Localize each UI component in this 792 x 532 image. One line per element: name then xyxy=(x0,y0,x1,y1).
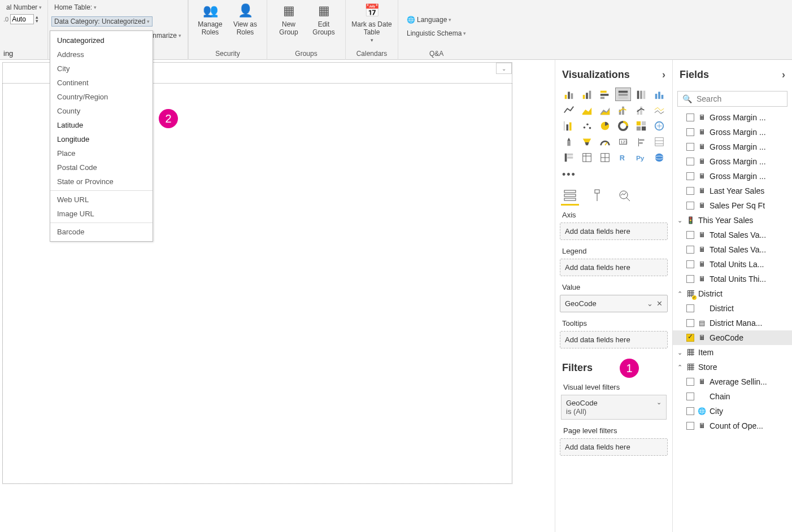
field-item[interactable]: 🖩Total Sales Va... xyxy=(673,228,792,242)
field-group[interactable]: ⌄Item xyxy=(673,345,792,360)
category-option[interactable]: Continent xyxy=(50,76,153,90)
field-item[interactable]: 🖩Total Units Thi... xyxy=(673,272,792,286)
page-filter-well[interactable]: Add data fields here xyxy=(560,438,668,456)
value-well[interactable]: GeoCode⌄✕ xyxy=(560,295,668,312)
viz-type-tile[interactable] xyxy=(651,151,667,164)
field-checkbox[interactable] xyxy=(686,422,694,430)
field-item[interactable]: 🖩Gross Margin ... xyxy=(673,110,792,125)
viz-type-tile[interactable] xyxy=(561,151,577,164)
tooltips-well[interactable]: Add data fields here xyxy=(560,331,668,348)
category-option[interactable]: Image URL xyxy=(50,207,153,221)
category-option[interactable]: City xyxy=(50,62,153,76)
field-checkbox[interactable] xyxy=(686,407,694,415)
field-checkbox[interactable] xyxy=(686,143,694,151)
expand-icon[interactable]: ⌄ xyxy=(676,349,683,356)
viz-type-tile[interactable] xyxy=(633,88,649,101)
viz-type-tile[interactable]: R xyxy=(615,151,631,164)
field-group[interactable]: ⌃✓District xyxy=(673,286,792,301)
viz-type-tile[interactable] xyxy=(633,119,649,133)
collapse-fields-icon[interactable]: › xyxy=(782,69,785,81)
field-item[interactable]: 🖩Gross Margin ... xyxy=(673,169,792,184)
field-item[interactable]: Chain xyxy=(673,389,792,404)
legend-well[interactable]: Add data fields here xyxy=(560,259,668,276)
expand-icon[interactable]: ⌃ xyxy=(676,290,683,298)
linguistic-schema-dd[interactable]: Linguistic Schema▾ xyxy=(404,28,469,38)
edit-groups-button[interactable]: ▦Edit Groups xyxy=(308,2,340,36)
home-table-dd[interactable]: Home Table:▾ xyxy=(51,2,99,12)
field-checkbox[interactable] xyxy=(686,114,694,121)
auto-decimal-input[interactable] xyxy=(10,14,34,24)
field-group[interactable]: ⌄🚦This Year Sales xyxy=(673,213,792,228)
fields-tab-icon[interactable] xyxy=(563,189,577,202)
viz-type-tile[interactable] xyxy=(651,135,667,149)
axis-well[interactable]: Add data fields here xyxy=(560,223,668,240)
viz-type-tile[interactable] xyxy=(579,103,595,117)
viz-type-tile[interactable] xyxy=(597,88,613,101)
field-item[interactable]: 🖩Sales Per Sq Ft xyxy=(673,198,792,213)
viz-type-tile[interactable] xyxy=(579,135,595,149)
field-item[interactable]: 🖩Gross Margin ... xyxy=(673,125,792,139)
field-item[interactable]: 🖩Total Units La... xyxy=(673,257,792,272)
analytics-tab-icon[interactable] xyxy=(617,189,631,202)
viz-type-tile[interactable] xyxy=(597,119,613,133)
viz-type-tile[interactable] xyxy=(561,88,577,101)
viz-type-tile[interactable] xyxy=(651,103,667,117)
visual-dropdown-icon[interactable]: ⌄ xyxy=(496,63,512,74)
viz-type-tile[interactable] xyxy=(651,119,667,133)
category-option[interactable]: Latitude xyxy=(50,118,153,132)
field-item[interactable]: 🖩Last Year Sales xyxy=(673,184,792,198)
viz-type-tile[interactable] xyxy=(651,88,667,101)
field-item[interactable]: 🖩GeoCode xyxy=(673,330,792,345)
field-item[interactable]: 🌐City xyxy=(673,404,792,418)
category-option[interactable]: State or Province xyxy=(50,175,153,189)
field-item[interactable]: 🖩Total Sales Va... xyxy=(673,242,792,257)
category-option[interactable]: Address xyxy=(50,47,153,62)
category-option[interactable]: Place xyxy=(50,146,153,160)
format-tab-icon[interactable] xyxy=(590,189,604,202)
field-checkbox[interactable] xyxy=(686,246,694,254)
viz-type-tile[interactable] xyxy=(615,103,631,117)
category-option[interactable]: Longitude xyxy=(50,132,153,146)
visual-filter-card[interactable]: GeoCode is (All) ⌄ xyxy=(561,395,667,420)
field-checkbox[interactable] xyxy=(686,187,694,195)
new-group-button[interactable]: ▦New Group xyxy=(273,2,304,36)
value-remove-icon[interactable]: ✕ xyxy=(656,299,663,308)
mark-date-table-button[interactable]: 📅Mark as Date Table▾ xyxy=(351,2,392,43)
field-checkbox[interactable] xyxy=(686,158,694,165)
field-checkbox[interactable] xyxy=(686,231,694,239)
field-item[interactable]: 🖩Count of Ope... xyxy=(673,418,792,433)
field-checkbox[interactable] xyxy=(686,172,694,180)
field-item[interactable]: 🖩Average Sellin... xyxy=(673,374,792,389)
viz-type-tile[interactable] xyxy=(579,119,595,133)
viz-type-tile[interactable] xyxy=(597,135,613,149)
collapse-viz-icon[interactable]: › xyxy=(662,69,665,81)
viz-type-tile[interactable]: 123 xyxy=(615,135,631,149)
expand-icon[interactable]: ⌃ xyxy=(676,364,683,371)
field-checkbox[interactable] xyxy=(686,304,694,312)
viz-type-tile[interactable] xyxy=(579,88,595,101)
field-checkbox[interactable] xyxy=(686,128,694,136)
field-checkbox[interactable] xyxy=(686,378,694,386)
language-dd[interactable]: 🌐Language▾ xyxy=(404,15,454,25)
data-category-dd[interactable]: Data Category: Uncategorized▾ xyxy=(51,16,153,27)
viz-more-icon[interactable]: ••• xyxy=(560,169,668,185)
expand-icon[interactable]: ⌄ xyxy=(676,217,683,224)
field-item[interactable]: 🖩Gross Margin ... xyxy=(673,154,792,169)
fields-search[interactable]: 🔍 Search xyxy=(677,91,787,107)
category-option[interactable]: Country/Region xyxy=(50,90,153,104)
field-item[interactable]: District xyxy=(673,301,792,316)
number-format-dd[interactable]: al Number▾ xyxy=(3,2,45,12)
category-option[interactable]: Uncategorized xyxy=(50,33,153,47)
viz-type-tile[interactable] xyxy=(597,103,613,117)
field-checkbox[interactable] xyxy=(686,319,694,327)
viz-type-tile[interactable] xyxy=(615,119,631,133)
viz-type-tile[interactable] xyxy=(579,151,595,164)
view-as-roles-button[interactable]: 👤View as Roles xyxy=(229,2,261,36)
viz-type-tile[interactable]: Py xyxy=(633,151,649,164)
field-checkbox[interactable] xyxy=(686,260,694,268)
field-checkbox[interactable] xyxy=(686,202,694,210)
value-chevron-icon[interactable]: ⌄ xyxy=(647,299,653,308)
category-option[interactable]: Barcode xyxy=(50,225,153,239)
viz-type-tile[interactable] xyxy=(615,88,631,101)
viz-type-tile[interactable] xyxy=(561,103,577,117)
